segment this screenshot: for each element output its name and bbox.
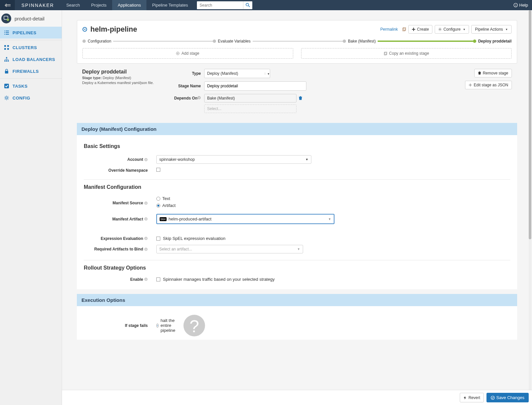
radio-artifact[interactable] [156, 204, 160, 208]
search-button[interactable] [243, 1, 252, 9]
depends-label: Depends On ? [171, 94, 201, 101]
sidebar-item-tasks[interactable]: TASKS [0, 80, 62, 92]
enable-label: Enable [130, 277, 143, 282]
add-stage-button[interactable]: Add stage [82, 48, 293, 59]
svg-text:?: ? [145, 278, 147, 281]
expr-label: Expression Evaluation [101, 236, 143, 241]
sidebar-label: CONFIG [13, 96, 30, 101]
svg-text:?: ? [515, 4, 516, 7]
depends-chip[interactable]: Bake (Manifest) [204, 94, 297, 102]
save-button[interactable]: Save Changes [486, 393, 529, 402]
sidebar-item-firewalls[interactable]: FIREWALLS [0, 65, 62, 77]
stage-name-input[interactable] [204, 81, 306, 91]
gear-icon [438, 28, 442, 31]
nav-pipeline-templates[interactable]: Pipeline Templates [146, 0, 194, 10]
help-link[interactable]: ? Help [510, 3, 532, 8]
plus-icon [412, 28, 415, 31]
svg-rect-6 [4, 45, 6, 47]
svg-text:?: ? [145, 237, 147, 240]
svg-text:?: ? [145, 248, 147, 251]
svg-point-0 [246, 3, 249, 6]
menu-toggle[interactable] [0, 0, 15, 10]
check-icon [4, 83, 9, 89]
account-select[interactable]: spinnaker-workshop ▼ [156, 155, 311, 164]
select-value: spinnaker-workshop [159, 157, 195, 162]
collapse-toggle[interactable] [82, 27, 87, 32]
sidebar-item-config[interactable]: CONFIG [0, 92, 62, 104]
revert-button[interactable]: Revert [460, 393, 484, 402]
plus-circle-icon [176, 52, 179, 55]
btn-label: Revert [468, 395, 480, 400]
pipeline-actions-button[interactable]: Pipeline Actions ▼ [471, 25, 512, 34]
sidebar-item-loadbalancers[interactable]: LOAD BALANCERS [0, 53, 62, 65]
sitemap-icon [4, 57, 9, 62]
help-icon: ? [144, 217, 148, 221]
svg-rect-17 [403, 28, 405, 31]
manifest-artifact-select[interactable]: b64 helm-produced-artifact ▼ [156, 214, 334, 224]
depends-add[interactable]: Select... [204, 104, 297, 113]
type-label: Type [171, 71, 201, 76]
chevron-down-icon: ▼ [265, 72, 267, 75]
edit-json-button[interactable]: Edit stage as JSON [465, 81, 512, 89]
btn-label: Pipeline Actions [475, 27, 503, 32]
stage-label: Deploy proddetail [478, 39, 512, 43]
nav-projects[interactable]: Projects [85, 0, 112, 10]
stage-node-evaluate[interactable]: Evaluate Variables [213, 39, 343, 43]
trash-icon[interactable] [298, 96, 302, 100]
permalink-link[interactable]: Permalink [380, 27, 398, 32]
help-icon: ? [144, 201, 148, 205]
stage-node-configuration[interactable]: Configuration [82, 39, 213, 43]
required-artifacts-select[interactable]: Select an artifact... ▼ [156, 245, 303, 253]
nav-applications[interactable]: Applications [112, 0, 146, 10]
topnav: SPINNAKER Search Projects Applications P… [0, 0, 532, 10]
select-value: helm-produced-artifact [169, 217, 211, 221]
radio-halt[interactable] [156, 324, 159, 328]
radio-label: halt the entire pipeline [161, 318, 181, 333]
scrollbar[interactable] [529, 10, 531, 392]
sidebar-label: PIPELINES [13, 30, 36, 35]
type-select[interactable]: Deploy (Manifest) ▼ [204, 69, 270, 78]
help-icon: ? [144, 277, 148, 281]
stage-label: Bake (Manifest) [348, 39, 376, 43]
checkbox-label: Spinnaker manages traffic based on your … [163, 277, 275, 282]
svg-text:?: ? [145, 158, 147, 161]
search-icon [246, 3, 250, 7]
basic-heading: Basic Settings [84, 143, 510, 149]
copy-stage-button[interactable]: Copy an existing stage [301, 48, 512, 59]
copy-icon [384, 52, 387, 55]
nav-search[interactable]: Search [61, 0, 85, 10]
copy-icon[interactable] [402, 27, 406, 31]
footer-bar: Revert Save Changes [62, 390, 532, 405]
btn-label: Add stage [181, 51, 199, 56]
bolt-icon [463, 396, 467, 399]
app-icon [1, 14, 11, 23]
radio-label: Artifact [162, 203, 175, 208]
remove-stage-button[interactable]: Remove stage [474, 69, 512, 77]
sidebar-item-pipelines[interactable]: PIPELINES [0, 27, 62, 39]
sidebar-label: LOAD BALANCERS [13, 57, 55, 62]
btn-label: Copy an existing stage [389, 51, 429, 56]
help-icon: ? [144, 158, 148, 161]
chevron-down-icon [84, 28, 86, 30]
rollout-enable-checkbox[interactable] [156, 277, 160, 281]
help-icon: ? [182, 314, 206, 337]
select-placeholder: Select an artifact... [159, 247, 192, 251]
svg-rect-14 [5, 71, 8, 73]
stage-node-bake[interactable]: Bake (Manifest) [343, 39, 473, 43]
create-button[interactable]: Create [408, 25, 432, 34]
stage-node-deploy[interactable]: Deploy proddetail [473, 39, 512, 43]
radio-text[interactable] [156, 197, 160, 201]
base64-icon: b64 [160, 217, 167, 221]
svg-rect-21 [384, 52, 386, 55]
search-input[interactable] [197, 1, 243, 9]
lock-icon [4, 69, 9, 74]
chevron-down-icon: ▼ [305, 158, 308, 161]
configure-button[interactable]: Configure ▼ [435, 25, 469, 34]
trash-icon [478, 72, 481, 75]
override-checkbox[interactable] [156, 168, 160, 172]
skip-spel-checkbox[interactable] [156, 237, 160, 241]
help-icon: ? [144, 237, 148, 240]
select-value: Deploy (Manifest) [207, 71, 238, 76]
svg-rect-7 [7, 45, 9, 47]
sidebar-item-clusters[interactable]: CLUSTERS [0, 42, 62, 53]
